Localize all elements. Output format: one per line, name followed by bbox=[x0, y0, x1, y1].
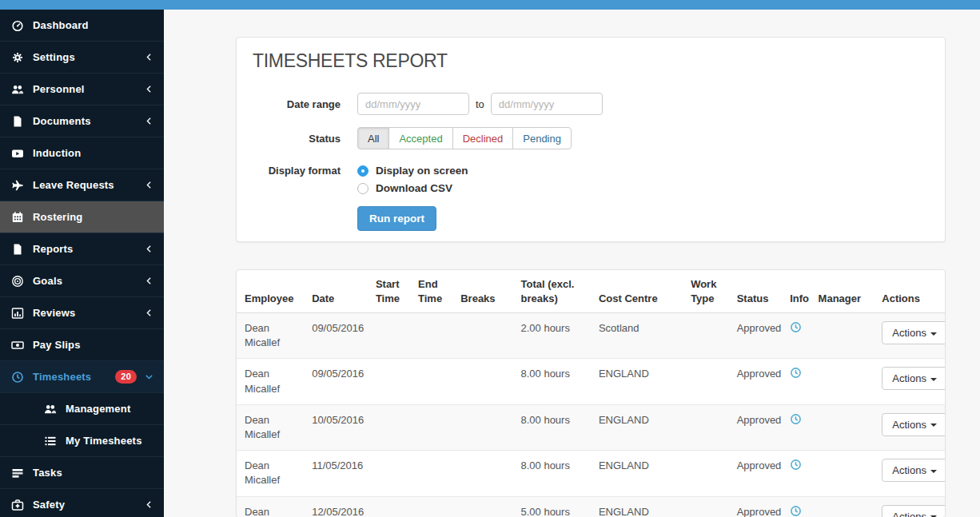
radio-button-icon[interactable] bbox=[357, 183, 368, 194]
list-icon bbox=[44, 435, 57, 447]
sidebar-item-label: Reviews bbox=[33, 307, 144, 319]
sidebar-item-label: Dashboard bbox=[33, 19, 154, 31]
cell-start-time bbox=[368, 451, 410, 496]
col-header-actions: Actions bbox=[874, 270, 945, 313]
col-header-total-excl-breaks: Total (excl. breaks) bbox=[513, 270, 591, 313]
status-row: Status AllAcceptedDeclinedPending bbox=[253, 127, 929, 149]
sidebar-item-label: Safety bbox=[33, 499, 144, 511]
cell-end-time bbox=[410, 313, 452, 359]
money-icon bbox=[11, 339, 24, 352]
col-header-status: Status bbox=[729, 270, 782, 313]
row-actions-button[interactable]: Actions bbox=[882, 505, 946, 517]
cell-actions: Actions bbox=[874, 404, 945, 450]
status-filter-pending[interactable]: Pending bbox=[512, 127, 572, 149]
cell-total: 8.00 hours bbox=[513, 451, 591, 496]
cell-manager bbox=[811, 451, 874, 496]
sidebar-nav: DashboardSettingsPersonnelDocumentsInduc… bbox=[0, 10, 164, 517]
caret-down-icon bbox=[930, 424, 937, 427]
sidebar-item-label: Personnel bbox=[33, 83, 144, 95]
cell-employee: Dean Micallef bbox=[237, 451, 304, 496]
cell-actions: Actions bbox=[874, 451, 945, 496]
chevron-left-icon bbox=[144, 308, 154, 318]
cell-work-type bbox=[683, 359, 729, 404]
sidebar-item-settings[interactable]: Settings bbox=[0, 42, 164, 74]
status-filter-all[interactable]: All bbox=[357, 127, 389, 149]
date-to-input[interactable] bbox=[491, 93, 603, 115]
cell-start-time bbox=[368, 313, 410, 359]
col-header-manager: Manager bbox=[811, 270, 874, 313]
sidebar-item-dashboard[interactable]: Dashboard bbox=[0, 10, 164, 42]
cell-cost-centre: ENGLAND bbox=[591, 404, 683, 450]
sidebar-item-label: Pay Slips bbox=[33, 339, 154, 351]
sidebar-item-rostering[interactable]: Rostering bbox=[0, 201, 164, 233]
sidebar-item-pay-slips[interactable]: Pay Slips bbox=[0, 329, 164, 361]
col-header-employee: Employee bbox=[237, 270, 304, 313]
date-range-row: Date range to bbox=[253, 93, 929, 115]
cell-breaks bbox=[452, 451, 512, 496]
row-actions-label: Actions bbox=[892, 327, 926, 339]
cell-date: 11/05/2016 bbox=[304, 451, 368, 496]
row-actions-button[interactable]: Actions bbox=[882, 413, 946, 436]
cell-cost-centre: Scotland bbox=[591, 313, 683, 359]
info-clock-icon[interactable] bbox=[790, 459, 802, 471]
sidebar-item-timesheets[interactable]: Timesheets20 bbox=[0, 361, 164, 393]
info-clock-icon[interactable] bbox=[790, 505, 802, 517]
cell-actions: Actions bbox=[874, 496, 945, 517]
row-actions-button[interactable]: Actions bbox=[882, 321, 946, 344]
cell-breaks bbox=[452, 359, 512, 404]
sidebar-item-label: Leave Requests bbox=[33, 179, 144, 191]
calendar-icon bbox=[11, 211, 24, 224]
document-icon bbox=[11, 243, 24, 256]
col-header-info: Info bbox=[782, 270, 810, 313]
status-filter-declined[interactable]: Declined bbox=[452, 127, 514, 149]
sidebar-item-safety[interactable]: Safety bbox=[0, 489, 164, 517]
timesheets-report-card: TIMESHEETS REPORT Date range to Status A… bbox=[236, 37, 946, 242]
status-filter-accepted[interactable]: Accepted bbox=[388, 127, 452, 149]
sidebar-item-my-timesheets[interactable]: My Timesheets bbox=[0, 425, 164, 457]
radio-label: Display on screen bbox=[376, 165, 468, 177]
cell-status: Approved bbox=[729, 359, 782, 404]
radio-option-download-csv[interactable]: Download CSV bbox=[357, 182, 468, 194]
radio-option-display-on-screen[interactable]: Display on screen bbox=[357, 165, 468, 177]
sidebar-item-reports[interactable]: Reports bbox=[0, 233, 164, 265]
cell-cost-centre: ENGLAND bbox=[591, 451, 683, 496]
sidebar-item-induction[interactable]: Induction bbox=[0, 137, 164, 169]
sidebar-item-reviews[interactable]: Reviews bbox=[0, 297, 164, 329]
cell-info bbox=[782, 313, 810, 359]
display-format-row: Display format Display on screenDownload… bbox=[253, 165, 929, 200]
dashboard-icon bbox=[11, 19, 24, 32]
sidebar-item-label: Settings bbox=[33, 51, 144, 63]
cell-work-type bbox=[683, 496, 729, 517]
row-actions-button[interactable]: Actions bbox=[882, 367, 946, 390]
cell-info bbox=[782, 404, 810, 450]
page-title: TIMESHEETS REPORT bbox=[253, 50, 929, 72]
cell-date: 09/05/2016 bbox=[304, 313, 368, 359]
info-clock-icon[interactable] bbox=[790, 321, 802, 333]
sidebar-item-tasks[interactable]: Tasks bbox=[0, 457, 164, 489]
sidebar-item-goals[interactable]: Goals bbox=[0, 265, 164, 297]
cell-date: 10/05/2016 bbox=[304, 404, 368, 450]
run-report-button[interactable]: Run report bbox=[357, 206, 436, 231]
display-format-options: Display on screenDownload CSV bbox=[357, 165, 468, 200]
date-from-input[interactable] bbox=[357, 93, 469, 115]
sidebar-item-personnel[interactable]: Personnel bbox=[0, 74, 164, 105]
table-row: Dean Micallef11/05/20168.00 hoursENGLAND… bbox=[237, 451, 945, 496]
sidebar-item-management[interactable]: Management bbox=[0, 393, 164, 425]
cell-work-type bbox=[683, 404, 729, 450]
users-icon bbox=[11, 83, 24, 96]
sidebar-item-label: Induction bbox=[33, 147, 154, 159]
video-icon bbox=[11, 147, 24, 160]
gears-icon bbox=[11, 51, 24, 64]
sidebar-item-leave-requests[interactable]: Leave Requests bbox=[0, 169, 164, 201]
cell-status: Approved bbox=[729, 451, 782, 496]
date-range-label: Date range bbox=[253, 98, 341, 110]
cell-total: 8.00 hours bbox=[513, 404, 591, 450]
info-clock-icon[interactable] bbox=[790, 413, 802, 425]
info-clock-icon[interactable] bbox=[790, 367, 802, 379]
row-actions-button[interactable]: Actions bbox=[882, 459, 946, 482]
caret-down-icon bbox=[930, 378, 937, 381]
radio-button-icon[interactable] bbox=[357, 165, 368, 177]
sidebar-item-documents[interactable]: Documents bbox=[0, 105, 164, 137]
table-row: Dean Micallef10/05/20168.00 hoursENGLAND… bbox=[237, 404, 945, 450]
table-header-row: EmployeeDateStart TimeEnd TimeBreaksTota… bbox=[237, 270, 945, 313]
